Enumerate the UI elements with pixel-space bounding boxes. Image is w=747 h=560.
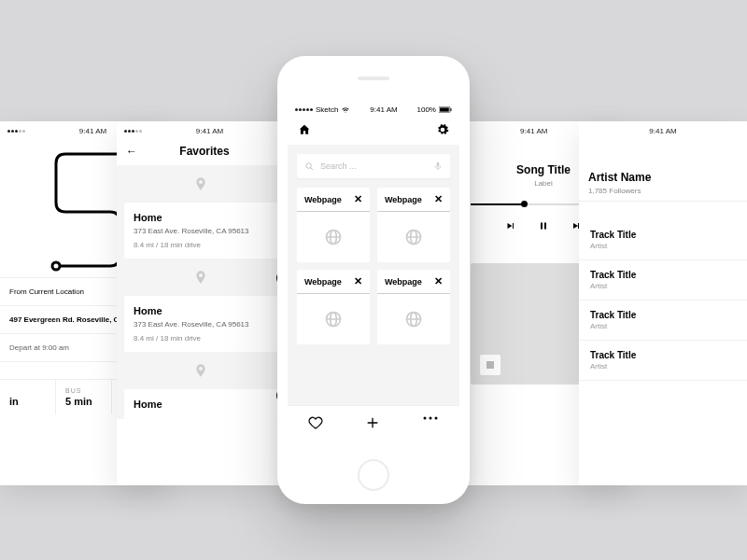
- svg-point-22: [434, 417, 437, 420]
- browser-screen: Sketch 9:41 AM 100%: [288, 101, 459, 450]
- svg-rect-3: [440, 107, 449, 111]
- walk-option[interactable]: in: [0, 379, 56, 414]
- svg-point-1: [52, 262, 60, 270]
- mic-icon[interactable]: [433, 161, 443, 172]
- globe-icon: [324, 228, 343, 246]
- home-button-physical[interactable]: [358, 459, 389, 491]
- favorite-card[interactable]: Home: [124, 389, 277, 419]
- svg-line-6: [311, 167, 313, 169]
- track-row[interactable]: Track TitleArtist: [579, 341, 747, 381]
- search-input[interactable]: Search ...: [297, 154, 450, 178]
- back-button[interactable]: ←: [126, 145, 137, 158]
- close-icon[interactable]: ✕: [434, 276, 443, 287]
- bus-option[interactable]: BUS 5 min: [56, 379, 112, 414]
- track-row[interactable]: Track TitleArtist: [579, 301, 747, 341]
- pin-icon: [193, 270, 208, 285]
- artist-screen: 9:41 AM Artist Name 1,785 Followers Trac…: [579, 121, 747, 485]
- close-icon[interactable]: ✕: [354, 194, 362, 204]
- favorite-card[interactable]: Home 373 East Ave. Roseville, CA 95613 8…: [124, 296, 277, 352]
- home-button[interactable]: [297, 122, 312, 137]
- webpage-tile[interactable]: Webpage✕: [297, 270, 370, 344]
- svg-rect-7: [437, 162, 440, 167]
- svg-point-21: [429, 417, 431, 420]
- pin-icon: [193, 176, 208, 191]
- globe-icon: [324, 310, 343, 329]
- favorites-screen: 9:41 AM ← Favorites Home 373 East Ave. R…: [117, 121, 285, 485]
- status-bar: 9:41 AM: [117, 121, 285, 137]
- mockup-stage: 9:41 AM From Current Location 497 Evergr…: [0, 0, 747, 560]
- search-icon: [304, 161, 315, 172]
- track-row[interactable]: Track TitleArtist: [579, 220, 747, 260]
- bottom-bar: [288, 405, 459, 440]
- webpage-tile[interactable]: Webpage✕: [377, 188, 450, 262]
- close-icon[interactable]: ✕: [434, 194, 443, 204]
- pause-button[interactable]: [538, 220, 549, 231]
- svg-point-20: [423, 417, 426, 420]
- settings-button[interactable]: [435, 122, 450, 137]
- status-bar: 9:41 AM: [579, 121, 747, 137]
- favorites-title: Favorites: [145, 145, 264, 158]
- follower-count: 1,785 Followers: [588, 187, 738, 195]
- search-placeholder: Search ...: [320, 161, 428, 171]
- add-button[interactable]: [365, 415, 380, 430]
- svg-rect-4: [450, 108, 451, 111]
- pin-icon: [193, 363, 208, 378]
- webpage-tile[interactable]: Webpage✕: [297, 188, 370, 262]
- more-button[interactable]: [422, 415, 439, 430]
- image-icon: [480, 355, 500, 375]
- favorites-button[interactable]: [308, 415, 323, 430]
- svg-point-5: [306, 162, 312, 168]
- favorite-card[interactable]: Home 373 East Ave. Roseville, CA 95613 8…: [124, 203, 277, 259]
- globe-icon: [404, 228, 423, 246]
- artist-name: Artist Name: [588, 171, 738, 184]
- webpage-tile[interactable]: Webpage✕: [377, 270, 450, 344]
- globe-icon: [404, 310, 423, 329]
- status-time: 9:41 AM: [79, 127, 106, 135]
- phone-mockup: Sketch 9:41 AM 100%: [277, 56, 470, 504]
- track-row[interactable]: Track TitleArtist: [579, 260, 747, 301]
- status-bar: Sketch 9:41 AM 100%: [288, 101, 459, 119]
- close-icon[interactable]: ✕: [354, 276, 362, 287]
- previous-button[interactable]: [504, 220, 517, 231]
